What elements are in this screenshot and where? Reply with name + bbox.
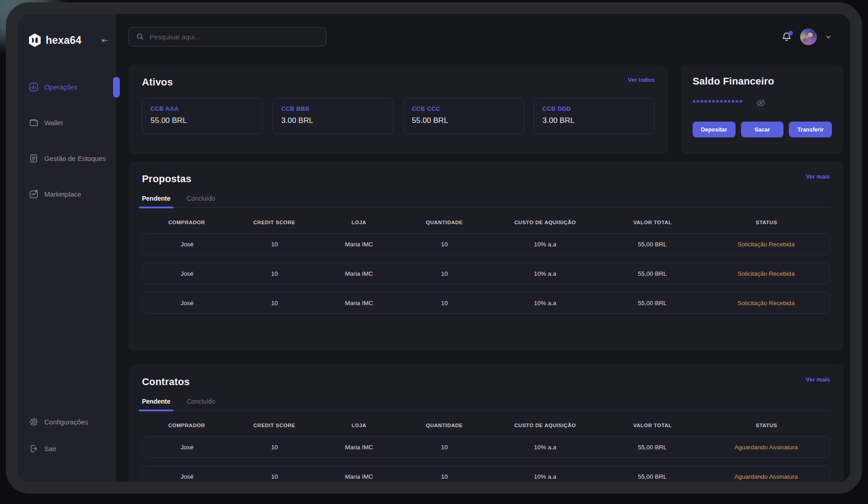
cell-quantidade: 10 — [401, 270, 488, 277]
contratos-card: Contratos Ver mais Pendente Concluído CO… — [128, 364, 844, 482]
cell-valor: 55,00 BRL — [602, 270, 703, 277]
cell-credit-score: 10 — [232, 444, 318, 451]
gear-icon — [28, 417, 39, 427]
col-status: STATUS — [703, 423, 830, 428]
table-row[interactable]: José 10 Maria IMC 10 10% a.a 55,00 BRL S… — [142, 263, 830, 284]
cell-valor: 55,00 BRL — [602, 473, 703, 480]
sacar-button[interactable]: Sacar — [741, 122, 784, 137]
propostas-tabs: Pendente Concluído — [142, 195, 830, 208]
search-box[interactable] — [128, 27, 326, 47]
status-badge: Solicitação Recebida — [703, 300, 830, 306]
ver-todos-link[interactable]: Ver todos — [628, 76, 655, 83]
masked-balance: ************* — [693, 99, 743, 108]
cell-quantidade: 10 — [401, 241, 488, 248]
table-header: COMPRADOR CREDIT SCORE LOJA QUANTIDADE C… — [142, 220, 830, 225]
status-badge: Solicitação Recebida — [703, 241, 830, 248]
asset-card-ccb-bbb[interactable]: CCB BBB 3.00 BRL — [273, 98, 393, 134]
propostas-card: Propostas Ver mais Pendente Concluído CO… — [128, 161, 844, 351]
table-row[interactable]: José 10 Maria IMC 10 10% a.a 55,00 BRL S… — [142, 292, 830, 314]
col-status: STATUS — [703, 220, 830, 225]
sidebar-item-label: Operações — [44, 83, 77, 91]
sidebar-item-sair[interactable]: Sair — [18, 438, 116, 459]
col-comprador: COMPRADOR — [142, 220, 231, 225]
asset-name: CCB CCC — [412, 105, 515, 112]
cell-custo: 10% a.a — [488, 241, 602, 248]
status-badge: Solicitação Recebida — [703, 270, 830, 277]
search-input[interactable] — [150, 33, 319, 41]
cell-custo: 10% a.a — [488, 300, 602, 306]
sidebar-item-label: Wallet — [44, 119, 63, 127]
search-icon — [136, 33, 144, 41]
cell-loja: Maria IMC — [317, 444, 401, 451]
cell-valor: 55,00 BRL — [602, 444, 703, 451]
marketplace-icon — [28, 189, 39, 199]
saldo-financeiro-card: Saldo Financeiro ************* Depositar… — [681, 65, 844, 154]
avatar[interactable] — [800, 28, 817, 45]
col-quantidade: QUANTIDADE — [401, 220, 488, 225]
sidebar-item-marketplace[interactable]: Marketplace — [18, 184, 116, 205]
sidebar-item-gestao-de-estoques[interactable]: Gestão de Estoques — [18, 148, 116, 169]
tab-pendente[interactable]: Pendente — [142, 398, 170, 410]
device-frame: hexa64 ⇤ Operações — [6, 2, 862, 494]
notifications-button[interactable] — [781, 31, 792, 42]
sidebar-footer: Configurações Sair — [18, 411, 116, 482]
topbar — [128, 27, 844, 47]
sidebar-item-wallet[interactable]: Wallet — [18, 112, 116, 133]
asset-name: CCB AAA — [151, 105, 254, 112]
asset-card-ccb-ccc[interactable]: CCB CCC 55.00 BRL — [403, 98, 524, 134]
cell-custo: 10% a.a — [488, 270, 602, 277]
cell-comprador: José — [142, 444, 232, 451]
tab-concluido[interactable]: Concluído — [187, 398, 215, 410]
col-loja: LOJA — [317, 423, 401, 428]
propostas-ver-mais-link[interactable]: Ver mais — [806, 173, 830, 180]
propostas-title: Propostas — [142, 173, 191, 185]
asset-value: 3.00 BRL — [542, 116, 646, 125]
col-loja: LOJA — [317, 220, 401, 225]
asset-name: CCB DDD — [542, 105, 646, 112]
sidebar-item-configuracoes[interactable]: Configurações — [18, 411, 116, 433]
cell-credit-score: 10 — [232, 270, 318, 277]
contratos-title: Contratos — [142, 376, 190, 388]
brand-logo: hexa64 ⇤ — [18, 14, 116, 47]
cell-loja: Maria IMC — [317, 270, 401, 277]
collapse-sidebar-icon[interactable]: ⇤ — [102, 36, 108, 45]
transferir-button[interactable]: Transferir — [789, 122, 832, 137]
col-credit-score: CREDIT SCORE — [231, 423, 317, 428]
table-row[interactable]: José 10 Maria IMC 10 10% a.a 55,00 BRL A… — [142, 436, 830, 458]
cell-comprador: José — [142, 300, 232, 306]
main-content: Ativos Ver todos CCB AAA 55.00 BRL CCB B… — [116, 14, 850, 482]
saldo-actions: Depositar Sacar Transferir — [693, 122, 832, 137]
sidebar-item-operacoes[interactable]: Operações — [18, 76, 116, 98]
cell-comprador: José — [142, 241, 232, 248]
cell-credit-score: 10 — [232, 300, 318, 306]
cell-valor: 55,00 BRL — [602, 241, 703, 248]
wallet-icon — [28, 118, 39, 128]
chevron-down-icon[interactable] — [825, 33, 832, 40]
asset-card-ccb-aaa[interactable]: CCB AAA 55.00 BRL — [142, 98, 263, 134]
cell-comprador: José — [142, 473, 232, 480]
sidebar-item-label: Marketplace — [44, 190, 81, 198]
asset-card-ccb-ddd[interactable]: CCB DDD 3.00 BRL — [534, 98, 655, 134]
cell-quantidade: 10 — [401, 444, 488, 451]
cell-loja: Maria IMC — [317, 300, 401, 306]
notification-dot — [788, 31, 793, 35]
depositar-button[interactable]: Depositar — [693, 122, 736, 137]
tab-pendente[interactable]: Pendente — [142, 195, 170, 207]
cell-quantidade: 10 — [401, 300, 488, 306]
propostas-table: COMPRADOR CREDIT SCORE LOJA QUANTIDADE C… — [142, 220, 830, 314]
brand-name: hexa64 — [46, 34, 81, 47]
col-quantidade: QUANTIDADE — [401, 423, 488, 428]
status-badge: Aguardando Assinatura — [703, 473, 830, 480]
cell-credit-score: 10 — [232, 473, 318, 480]
asset-value: 55.00 BRL — [412, 116, 515, 125]
status-badge: Aguardando Assinatura — [703, 444, 830, 451]
saldo-title: Saldo Financeiro — [693, 75, 832, 87]
hexagon-logo-icon — [28, 33, 42, 47]
cell-loja: Maria IMC — [317, 241, 401, 248]
eye-off-icon[interactable] — [756, 98, 766, 108]
contratos-ver-mais-link[interactable]: Ver mais — [806, 376, 830, 383]
table-row[interactable]: José 10 Maria IMC 10 10% a.a 55,00 BRL A… — [142, 466, 830, 482]
tab-concluido[interactable]: Concluído — [187, 195, 215, 207]
sidebar: hexa64 ⇤ Operações — [18, 14, 116, 482]
table-row[interactable]: José 10 Maria IMC 10 10% a.a 55,00 BRL S… — [142, 233, 830, 255]
